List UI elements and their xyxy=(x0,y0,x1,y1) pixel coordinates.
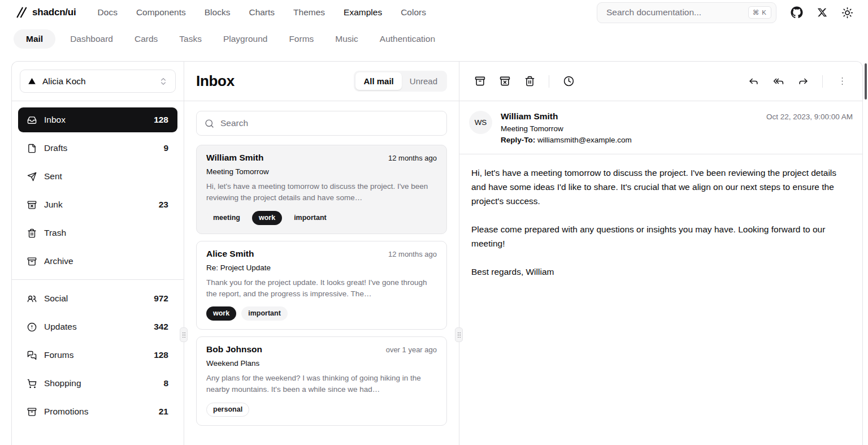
send-icon xyxy=(27,172,37,182)
nav-link-components[interactable]: Components xyxy=(136,7,186,18)
email-subject: Weekend Plans xyxy=(206,359,437,368)
nav-link-examples[interactable]: Examples xyxy=(344,7,382,18)
email-card-bob-johnson[interactable]: Bob Johnsonover 1 year agoWeekend PlansA… xyxy=(196,336,447,426)
github-icon[interactable] xyxy=(791,6,803,19)
sidebar-item-count: 23 xyxy=(159,200,168,210)
sidebar-item-archive[interactable]: Archive xyxy=(18,249,177,274)
account-switcher[interactable]: Alicia Koch xyxy=(20,70,176,93)
snooze-button[interactable] xyxy=(557,70,580,93)
reply-all-button[interactable] xyxy=(767,70,789,93)
filter-tab-unread[interactable]: Unread xyxy=(402,72,445,90)
list-title: Inbox xyxy=(196,72,235,90)
filter-tab-all-mail[interactable]: All mail xyxy=(355,72,401,90)
account-name: Alicia Koch xyxy=(42,76,86,87)
email-sender: William Smith xyxy=(206,153,263,163)
more-options-button[interactable] xyxy=(831,70,853,93)
mail-body: Hi, let's have a meeting tomorrow to dis… xyxy=(459,154,862,290)
nav-link-colors[interactable]: Colors xyxy=(401,7,426,18)
email-time: 12 months ago xyxy=(388,154,437,162)
sender-info: William Smith Meeting Tomorrow Reply-To:… xyxy=(501,111,632,144)
shadcn-logo-icon xyxy=(15,6,27,19)
sender-name: William Smith xyxy=(501,111,632,122)
sidebar-item-label: Drafts xyxy=(44,143,67,153)
example-tab-music[interactable]: Music xyxy=(328,29,364,49)
more-vertical-icon xyxy=(837,76,848,87)
tag-badge-personal[interactable]: personal xyxy=(206,403,249,417)
sidebar-item-sent[interactable]: Sent xyxy=(18,164,177,189)
example-tab-cards[interactable]: Cards xyxy=(128,29,164,49)
users-icon xyxy=(27,294,37,304)
chevrons-up-down-icon xyxy=(159,77,168,86)
move-to-trash-button[interactable] xyxy=(518,70,541,93)
nav-link-blocks[interactable]: Blocks xyxy=(205,7,231,18)
email-preview: Thank you for the project update. It loo… xyxy=(206,277,437,300)
sender-avatar: WS xyxy=(469,111,492,134)
tag-badge-work[interactable]: work xyxy=(252,211,282,225)
site-header: shadcn/ui DocsComponentsBlocksChartsThem… xyxy=(0,0,868,25)
sidebar-item-updates[interactable]: Updates342 xyxy=(18,314,177,339)
move-to-junk-button[interactable] xyxy=(493,70,516,93)
tag-badge-work[interactable]: work xyxy=(206,306,236,321)
alert-circle-icon xyxy=(27,322,37,332)
reply-to-email: williamsmith@example.com xyxy=(537,136,632,144)
example-tab-playground[interactable]: Playground xyxy=(216,29,274,49)
sidebar-item-inbox[interactable]: Inbox128 xyxy=(18,107,177,132)
sidebar-item-count: 9 xyxy=(163,143,168,153)
mail-search-input[interactable] xyxy=(220,118,439,128)
email-preview: Any plans for the weekend? I was thinkin… xyxy=(206,373,437,396)
mail-detail-panel: WS William Smith Meeting Tomorrow Reply-… xyxy=(459,62,862,445)
sidebar-item-forums[interactable]: Forums128 xyxy=(18,343,177,368)
list-resize-handle[interactable] xyxy=(455,327,463,342)
reply-button[interactable] xyxy=(742,70,765,93)
reply-all-icon xyxy=(773,76,784,87)
sidebar-item-promotions[interactable]: Promotions21 xyxy=(18,399,177,424)
tag-badge-important[interactable]: important xyxy=(241,306,288,321)
brand-name: shadcn/ui xyxy=(32,7,76,18)
archive-icon xyxy=(475,76,485,87)
sidebar-item-label: Junk xyxy=(44,200,63,210)
archive-x-icon xyxy=(27,200,37,210)
sidebar-item-junk[interactable]: Junk23 xyxy=(18,192,177,217)
sidebar-group-1: Inbox128Drafts9SentJunk23TrashArchive xyxy=(12,101,184,279)
doc-search-input[interactable]: Search documentation... ⌘ K xyxy=(597,2,776,23)
email-time: 12 months ago xyxy=(388,250,437,258)
archive-icon xyxy=(27,407,37,417)
sidebar-item-trash[interactable]: Trash xyxy=(18,221,177,245)
forward-button[interactable] xyxy=(792,70,814,93)
mail-body-paragraph: Please come prepared with any questions … xyxy=(471,222,850,250)
sidebar-item-shopping[interactable]: Shopping8 xyxy=(18,371,177,396)
example-tab-forms[interactable]: Forms xyxy=(282,29,320,49)
email-card-top: Bob Johnsonover 1 year ago xyxy=(206,344,437,355)
mail-detail-header: WS William Smith Meeting Tomorrow Reply-… xyxy=(459,101,862,154)
sidebar-item-social[interactable]: Social972 xyxy=(18,286,177,311)
brand-logo-link[interactable]: shadcn/ui xyxy=(15,6,76,19)
theme-toggle-sun-icon[interactable] xyxy=(841,7,853,19)
trash-icon xyxy=(27,228,37,238)
sidebar-item-drafts[interactable]: Drafts9 xyxy=(18,136,177,161)
example-tab-dashboard[interactable]: Dashboard xyxy=(63,29,120,49)
sidebar-item-label: Social xyxy=(44,293,68,304)
nav-link-themes[interactable]: Themes xyxy=(293,7,325,18)
tag-badge-important[interactable]: important xyxy=(287,211,333,225)
mail-filter-tabs: All mailUnread xyxy=(354,71,447,92)
sidebar-resize-handle[interactable] xyxy=(180,327,188,342)
email-list: William Smith12 months agoMeeting Tomorr… xyxy=(184,140,459,442)
example-tab-mail[interactable]: Mail xyxy=(14,29,55,49)
email-card-top: Alice Smith12 months ago xyxy=(206,249,437,259)
nav-link-docs[interactable]: Docs xyxy=(98,7,118,18)
mail-sidebar: Alicia Koch Inbox128Drafts9SentJunk23Tra… xyxy=(12,62,184,445)
nav-link-charts[interactable]: Charts xyxy=(249,7,275,18)
mail-body-paragraph: Hi, let's have a meeting tomorrow to dis… xyxy=(471,166,850,208)
scrollbar-thumb[interactable] xyxy=(865,63,867,100)
account-switcher-row: Alicia Koch xyxy=(12,62,184,101)
example-tab-authentication[interactable]: Authentication xyxy=(373,29,442,49)
example-tab-tasks[interactable]: Tasks xyxy=(172,29,209,49)
grip-vertical-icon xyxy=(180,331,188,339)
email-subject: Re: Project Update xyxy=(206,263,437,272)
x-twitter-icon[interactable] xyxy=(817,7,827,18)
email-card-alice-smith[interactable]: Alice Smith12 months agoRe: Project Upda… xyxy=(196,241,447,330)
reply-icon xyxy=(748,76,759,87)
tag-badge-meeting[interactable]: meeting xyxy=(206,211,247,225)
email-card-william-smith[interactable]: William Smith12 months agoMeeting Tomorr… xyxy=(196,145,447,234)
archive-button[interactable] xyxy=(468,70,491,93)
